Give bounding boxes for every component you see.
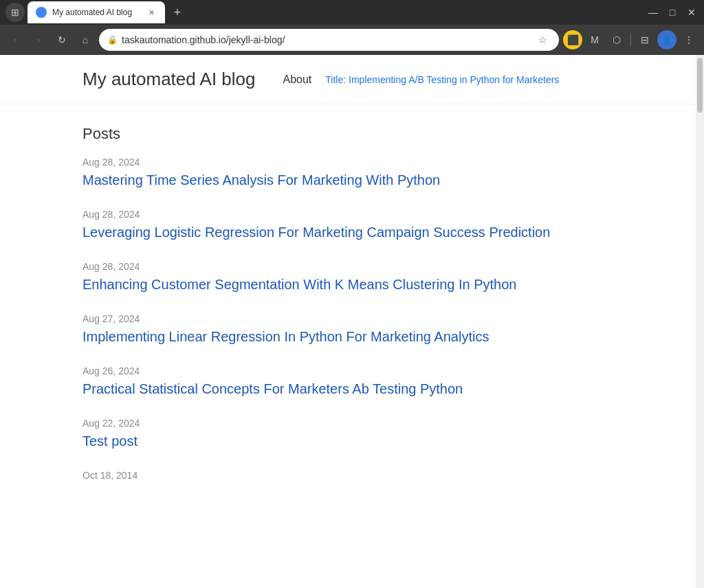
bookmark-star-button[interactable]: ☆: [534, 32, 551, 48]
scrollbar[interactable]: [696, 55, 704, 588]
post-date: Aug 27, 2024: [82, 313, 613, 324]
about-nav-link[interactable]: About: [283, 74, 311, 86]
post-link[interactable]: Implementing Linear Regression In Python…: [82, 327, 613, 346]
browser-titlebar: ⊞ My automated AI blog ✕ + — □ ✕: [0, 0, 704, 25]
posts-section: Posts Aug 28, 2024 Mastering Time Series…: [0, 104, 696, 521]
browser-addressbar: ‹ › ↻ ⌂ 🔒 ☆ ⬛ M ⬡: [0, 25, 704, 55]
tab-close-button[interactable]: ✕: [146, 7, 157, 18]
toolbar-right: ⬛ M ⬡ ⊟ 👤 ⋮: [563, 30, 698, 49]
address-bar-container: 🔒 ☆: [99, 29, 559, 51]
list-item: Aug 27, 2024 Implementing Linear Regress…: [82, 313, 613, 346]
list-item: Aug 28, 2024 Enhancing Customer Segmenta…: [82, 261, 613, 294]
tab-close-icon: ✕: [148, 8, 155, 17]
new-tab-button[interactable]: +: [168, 3, 187, 22]
minimize-button[interactable]: —: [646, 5, 660, 19]
post-date: Aug 26, 2024: [82, 365, 613, 376]
tab-extensions-button[interactable]: ⊞: [6, 3, 25, 22]
minimize-icon: —: [648, 7, 658, 18]
site-title[interactable]: My automated AI blog: [82, 69, 255, 90]
browser-chrome: ⊞ My automated AI blog ✕ + — □ ✕: [0, 0, 704, 55]
puzzle-icon: ⬛: [567, 34, 579, 45]
menu-icon: ⋮: [684, 34, 694, 45]
posts-heading: Posts: [82, 125, 613, 143]
site-header: My automated AI blog About Title: Implem…: [0, 55, 696, 104]
post-date: Aug 28, 2024: [82, 209, 613, 220]
site-nav: About Title: Implementing A/B Testing in…: [283, 74, 559, 86]
list-item: Aug 22, 2024 Test post: [82, 418, 613, 451]
extensions-puzzle-button[interactable]: ⬛: [563, 30, 582, 49]
reload-button[interactable]: ↻: [52, 30, 72, 49]
profile-button[interactable]: 👤: [657, 30, 676, 49]
browser-content-area: My automated AI blog About Title: Implem…: [0, 55, 704, 588]
toolbar-divider: [630, 33, 631, 47]
lock-icon: 🔒: [107, 35, 118, 45]
forward-icon: ›: [37, 34, 41, 45]
post-link[interactable]: Practical Statistical Concepts For Marke…: [82, 379, 613, 398]
page-content: My automated AI blog About Title: Implem…: [0, 55, 696, 588]
cast-icon: ⊟: [641, 34, 649, 45]
chrome-menu-button[interactable]: ⋮: [679, 30, 698, 49]
cast-button[interactable]: ⊟: [635, 30, 654, 49]
tab-grid-icon: ⊞: [11, 7, 19, 18]
list-item: Aug 28, 2024 Mastering Time Series Analy…: [82, 157, 613, 190]
scrollbar-thumb[interactable]: [697, 58, 703, 113]
share-button[interactable]: ⬡: [607, 30, 626, 49]
reload-icon: ↻: [58, 34, 66, 45]
share-icon: ⬡: [613, 34, 621, 45]
post-link[interactable]: Mastering Time Series Analysis For Marke…: [82, 170, 613, 190]
profile-avatar: 👤: [662, 35, 672, 45]
forward-button[interactable]: ›: [29, 30, 48, 49]
maximize-button[interactable]: □: [666, 5, 679, 19]
maximize-icon: □: [670, 7, 675, 18]
nav-highlight-text: Title: Implementing A/B Testing in Pytho…: [325, 74, 559, 85]
post-date: Aug 22, 2024: [82, 418, 613, 429]
list-item: Aug 26, 2024 Practical Statistical Conce…: [82, 365, 613, 398]
post-date: Aug 28, 2024: [82, 261, 613, 272]
post-link[interactable]: Test post: [82, 431, 613, 451]
post-link[interactable]: Leveraging Logistic Regression For Marke…: [82, 223, 613, 242]
list-item: Aug 28, 2024 Leveraging Logistic Regress…: [82, 209, 613, 242]
tab-title-text: My automated AI blog: [52, 8, 140, 17]
post-date: Aug 28, 2024: [82, 157, 613, 168]
address-input[interactable]: [122, 34, 530, 45]
tab-favicon: [36, 7, 47, 18]
home-icon: ⌂: [82, 34, 88, 45]
star-icon: ☆: [538, 34, 547, 45]
post-link[interactable]: Enhancing Customer Segmentation With K M…: [82, 275, 613, 294]
window-controls: — □ ✕: [646, 5, 698, 19]
mail-icon: M: [591, 34, 599, 45]
new-tab-icon: +: [174, 5, 182, 20]
close-window-icon: ✕: [688, 7, 696, 18]
back-button[interactable]: ‹: [6, 30, 25, 49]
list-item: Oct 18, 2014: [82, 470, 613, 481]
back-icon: ‹: [14, 34, 17, 45]
post-date: Oct 18, 2014: [82, 470, 613, 481]
home-button[interactable]: ⌂: [76, 30, 95, 49]
active-tab[interactable]: My automated AI blog ✕: [28, 1, 165, 23]
mail-button[interactable]: M: [585, 30, 604, 49]
close-window-button[interactable]: ✕: [685, 5, 698, 19]
